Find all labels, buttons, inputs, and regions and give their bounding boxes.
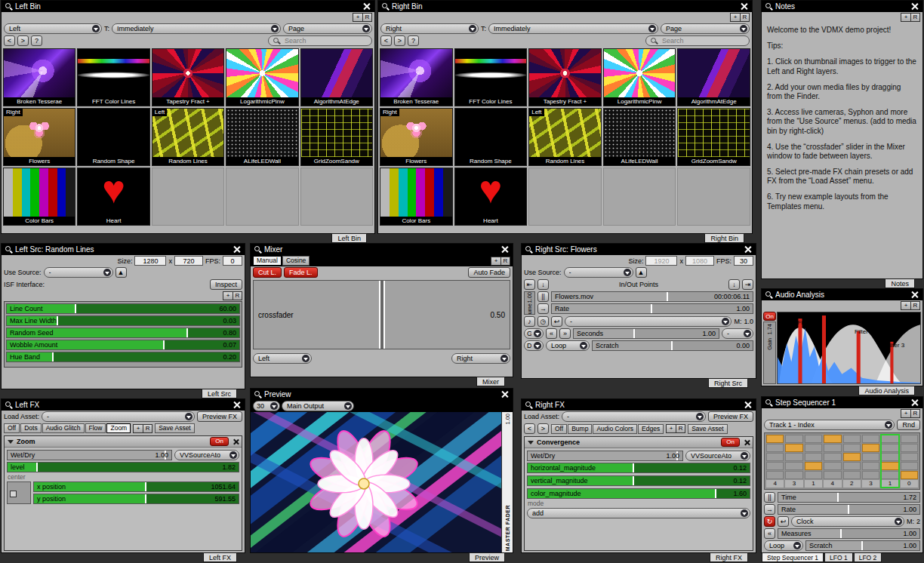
media-clip-cell[interactable]: Broken Tesserae (3, 48, 75, 106)
close-icon[interactable] (500, 245, 509, 254)
crossfader-handle[interactable] (379, 281, 385, 349)
clip-thumbnail[interactable]: Left (152, 109, 223, 157)
mixer-mode-tab[interactable]: Manual (253, 256, 282, 266)
step-cell[interactable] (805, 471, 822, 479)
plugin-tab[interactable]: LFO 1 (824, 552, 853, 562)
step-cell[interactable] (785, 453, 802, 461)
restart-button[interactable]: ↩ (778, 516, 789, 527)
rate-slider[interactable]: Rate 1.00 (778, 504, 920, 515)
clock-sync-button[interactable]: ◷ (537, 316, 549, 327)
step-cell[interactable] (843, 462, 861, 470)
y-position-slider[interactable]: y position 591.55 (33, 494, 239, 504)
help-button[interactable]: ? (408, 35, 419, 46)
media-clip-cell[interactable]: FFT Color Lines (77, 48, 149, 106)
disclosure-triangle-icon[interactable] (528, 441, 534, 445)
crossfader-slider[interactable]: crossfader 0.50 (253, 280, 510, 349)
page-select[interactable]: Page (661, 23, 750, 34)
clip-thumbnail[interactable] (380, 168, 452, 217)
inspect-button[interactable]: Inspect (210, 279, 242, 290)
receive-button[interactable]: R (233, 292, 242, 300)
sync-source-select[interactable]: - (565, 316, 732, 327)
save-asset-button[interactable]: Save Asset (688, 424, 728, 434)
use-source-select[interactable]: - (564, 267, 633, 278)
pause-button[interactable]: || (537, 291, 549, 302)
step-cell[interactable] (901, 462, 918, 470)
close-icon[interactable] (744, 245, 752, 254)
load-asset-select[interactable]: - (42, 411, 195, 422)
clock-select[interactable]: Clock (791, 516, 904, 527)
step-cell[interactable] (881, 471, 898, 479)
clip-thumbnail[interactable] (380, 49, 452, 97)
step-cell[interactable] (843, 471, 861, 479)
load-asset-select[interactable]: - (562, 411, 706, 422)
step-cell[interactable] (824, 453, 841, 461)
media-clip-cell[interactable]: FFT Color Lines (454, 48, 528, 106)
fx-chain-tab[interactable]: Edges (638, 424, 664, 434)
clip-thumbnail[interactable] (455, 168, 527, 217)
wet-dry-source-select[interactable]: VVSourceAto (174, 450, 239, 460)
loop-mode-select[interactable]: Loop (764, 540, 803, 551)
step-cell[interactable] (901, 444, 918, 452)
media-clip-cell[interactable]: GridZoomSandw (677, 108, 750, 166)
close-icon[interactable] (910, 2, 919, 11)
step-cell[interactable] (766, 453, 784, 461)
fx-chain-tab[interactable]: Dots (20, 423, 41, 433)
clip-thumbnail[interactable] (301, 109, 372, 157)
close-icon[interactable] (233, 245, 241, 254)
param-slider[interactable]: vertical_magnitude 0.12 (527, 475, 750, 486)
pause-button[interactable]: || (764, 492, 775, 503)
clip-thumbnail[interactable]: Right (4, 109, 75, 157)
window-tab-preview[interactable]: Preview (469, 552, 505, 562)
step-cell[interactable] (862, 462, 879, 470)
audio-spectrum-display[interactable]: Filter 1 Filter 2 Filter 3 (777, 312, 921, 384)
layer-select[interactable]: Right (380, 23, 479, 34)
media-clip-cell[interactable] (152, 168, 224, 226)
mixer-titlebar[interactable]: Mixer (251, 244, 513, 255)
prev-page-button[interactable]: < (380, 35, 392, 46)
fx-chain-tab[interactable]: Zoom (106, 423, 131, 433)
fps-field[interactable] (734, 256, 753, 266)
set-out-point-button[interactable]: ⇥ (742, 279, 753, 290)
right-src-titlebar[interactable]: Right Src: Flowers (522, 244, 756, 255)
auto-fade-button[interactable]: Auto Fade (468, 267, 510, 278)
media-clip-cell[interactable]: Color Bars (3, 168, 75, 226)
window-tab-audio-analysis[interactable]: Audio Analysis (858, 386, 915, 395)
fx-chain-tab[interactable]: Off (4, 423, 20, 433)
media-clip-cell[interactable]: AlgorithmAtEdge (677, 48, 750, 106)
step-cell[interactable] (785, 435, 802, 443)
audio-mute-button[interactable]: ♪ (524, 316, 535, 327)
step-cell[interactable] (901, 471, 918, 479)
use-source-select[interactable]: - (44, 267, 113, 278)
audio-on-button[interactable]: On (763, 312, 776, 321)
gain-slider[interactable]: 1.74 Gain (763, 321, 776, 384)
fx-header[interactable]: Zoom On (5, 436, 242, 448)
add-button[interactable]: + (134, 425, 143, 432)
fx-chain-tab[interactable]: Audio Glitch (42, 423, 85, 433)
step-column[interactable]: 1 (881, 435, 898, 488)
media-clip-cell[interactable]: ALifeLEDWall (603, 108, 676, 166)
add-button[interactable]: + (901, 14, 910, 21)
step-sequencer-titlebar[interactable]: Step Sequencer 1 (762, 397, 922, 408)
clip-thumbnail[interactable] (152, 168, 223, 225)
track-select[interactable]: Track 1 - Index (764, 420, 895, 430)
clip-thumbnail[interactable] (301, 168, 372, 225)
volume-slider[interactable]: 1.00 Volume (524, 291, 535, 315)
step-cell[interactable] (862, 471, 879, 479)
width-field[interactable] (134, 256, 166, 266)
skip-forward-button[interactable]: » (559, 328, 571, 339)
step-cell[interactable] (766, 444, 784, 452)
media-clip-cell[interactable]: Tapestry Fract + (528, 48, 602, 106)
window-tab-notes[interactable]: Notes (885, 278, 915, 288)
step-cell[interactable] (824, 471, 841, 479)
skip-back-button[interactable]: « (546, 328, 557, 339)
receive-button[interactable]: R (740, 14, 749, 21)
time-slider[interactable]: Time 1.72 (778, 492, 920, 503)
fade-left-button[interactable]: Fade L. (284, 267, 318, 278)
window-tab-right-fx[interactable]: Right FX (710, 552, 748, 562)
step-cell[interactable] (766, 435, 784, 443)
clip-thumbnail[interactable] (455, 109, 527, 157)
fx-chain-tab[interactable]: Bump (568, 424, 592, 434)
step-cell[interactable] (862, 435, 879, 443)
level-slider[interactable]: level 1.82 (7, 462, 239, 472)
mixer-mode-tab[interactable]: Cosine (282, 256, 310, 266)
